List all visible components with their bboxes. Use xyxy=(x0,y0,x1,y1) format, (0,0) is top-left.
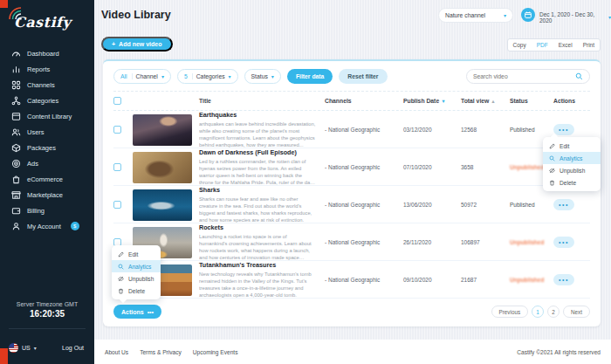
sidebar-item-ads[interactable]: Ads xyxy=(0,155,94,171)
menu-item-unpublish[interactable]: Unpublish xyxy=(543,164,601,176)
pencil-icon xyxy=(118,251,124,258)
categories-filter-label: Categories xyxy=(196,73,225,79)
sidebar-item-label: Ads xyxy=(27,160,38,168)
sidebar-item-reports[interactable]: Reports xyxy=(0,61,94,77)
folder-icon xyxy=(11,112,21,121)
locale-select[interactable]: US xyxy=(22,345,31,351)
add-new-video-button[interactable]: + Add new video xyxy=(101,37,173,52)
col-status[interactable]: Status xyxy=(510,98,553,104)
menu-item-analytics[interactable]: Analytics xyxy=(543,152,601,164)
video-channel: - National Geographic xyxy=(325,277,403,283)
export-group: Copy PDF Excel Print xyxy=(507,38,601,52)
sidebar-item-label: Billing xyxy=(27,207,45,215)
col-title[interactable]: Title xyxy=(199,98,325,104)
status-label: Published xyxy=(510,202,553,208)
sort-desc-icon: ▼ xyxy=(441,99,445,104)
export-print-button[interactable]: Print xyxy=(578,42,600,48)
eye-off-icon xyxy=(549,168,555,174)
pagination-previous[interactable]: Previous xyxy=(491,306,529,318)
pagination-page-1[interactable]: 1 xyxy=(532,306,544,318)
pagination-next[interactable]: Next xyxy=(563,306,590,318)
pagination-page-2[interactable]: 2 xyxy=(547,306,560,318)
col-publish-date[interactable]: Publish Date▼ xyxy=(403,98,461,104)
col-total-view[interactable]: Total view▲ xyxy=(461,98,510,104)
video-channel: - National Geographic xyxy=(325,127,403,133)
reset-filter-button[interactable]: Reset filter xyxy=(339,69,387,84)
row-checkbox[interactable] xyxy=(113,163,121,171)
sidebar-item-dashboard[interactable]: Dashboard xyxy=(0,45,94,61)
menu-item-delete[interactable]: Delete xyxy=(112,285,161,297)
sidebar-item-packages[interactable]: Packages xyxy=(0,140,94,155)
menu-item-unpublish[interactable]: Unpublish xyxy=(112,272,161,285)
channel-filter-count: All xyxy=(120,73,133,79)
bulk-actions-button[interactable]: Actions ••• xyxy=(113,305,161,319)
trash-icon xyxy=(118,288,124,294)
row-actions-button[interactable]: ••• xyxy=(553,237,574,248)
col-actions: Actions xyxy=(553,98,590,104)
calendar-button[interactable] xyxy=(521,8,535,22)
magnifier-icon xyxy=(549,155,555,161)
menu-item-edit[interactable]: Edit xyxy=(543,140,601,152)
sidebar-item-billing[interactable]: Billing xyxy=(0,203,94,218)
menu-item-delete[interactable]: Delete xyxy=(543,176,601,189)
channel-filter-dropdown[interactable]: All Channel ▾ xyxy=(113,69,171,84)
export-copy-button[interactable]: Copy xyxy=(508,42,532,48)
page-title: Video Library xyxy=(101,9,171,21)
sidebar-item-channels[interactable]: Channels xyxy=(0,77,94,93)
publish-date: 03/12/2020 xyxy=(403,127,461,133)
sidebar-item-label: Users xyxy=(27,128,45,136)
status-label: Published xyxy=(510,127,553,133)
status-filter-dropdown[interactable]: Status ▾ xyxy=(244,69,281,84)
sidebar-item-users[interactable]: Users xyxy=(0,124,94,140)
menu-item-edit[interactable]: Edit xyxy=(112,248,161,260)
search-input[interactable] xyxy=(473,73,571,79)
sidebar-item-label: Content Library xyxy=(27,113,72,120)
search-icon[interactable] xyxy=(575,72,583,80)
row-checkbox[interactable] xyxy=(113,126,121,134)
export-pdf-button[interactable]: PDF xyxy=(532,42,553,48)
date-range-value: Dec 1, 2020 - Dec 30, 2020 xyxy=(539,11,605,24)
table-row: Earthquakesarthquakes can leave behind i… xyxy=(113,111,590,148)
sidebar-item-ecommerce[interactable]: eCommerce xyxy=(0,171,94,187)
sidebar-item-categories[interactable]: Categories xyxy=(0,93,94,108)
channel-select-dropdown[interactable]: Nature channel ▾ xyxy=(438,8,513,23)
video-channel: - National Geographic xyxy=(325,164,403,170)
bag-icon xyxy=(11,175,21,184)
sidebar-item-my-account[interactable]: My Account $ xyxy=(0,218,94,234)
video-description: Led by a ruthless commander, the rotten … xyxy=(199,158,325,186)
footer-link-events[interactable]: Upcoming Events xyxy=(193,349,238,355)
select-all-checkbox[interactable] xyxy=(113,97,121,105)
logout-button[interactable]: Log Out xyxy=(62,345,84,351)
filter-data-button[interactable]: Filter data xyxy=(287,69,333,84)
chevron-down-icon: ▾ xyxy=(504,13,506,18)
row-actions-button[interactable]: ••• xyxy=(553,199,574,210)
row-checkbox[interactable] xyxy=(113,201,121,209)
categories-filter-dropdown[interactable]: 5 Categories ▾ xyxy=(177,69,238,84)
video-title: Dawn of Darkness (Full Episode) xyxy=(199,148,325,156)
menu-item-analytics[interactable]: Analytics xyxy=(112,260,161,272)
publish-date: 26/11/2020 xyxy=(403,239,461,245)
total-views: 12568 xyxy=(461,127,510,133)
col-channels[interactable]: Channels xyxy=(325,98,403,104)
grid-icon xyxy=(11,80,21,90)
chevron-down-icon: ▾ xyxy=(34,346,37,351)
status-label-obscured: Unpublished xyxy=(510,277,553,283)
sidebar-item-label: eCommerce xyxy=(27,175,63,183)
video-description: Sharks can rouse fear and awe like no ot… xyxy=(199,196,325,223)
export-excel-button[interactable]: Excel xyxy=(553,42,578,48)
row-actions-button[interactable]: ••• xyxy=(553,274,574,285)
footer-link-terms[interactable]: Terms & Privacy xyxy=(140,349,182,355)
store-icon xyxy=(11,190,21,200)
gauge-icon xyxy=(11,49,21,58)
row-actions-menu: Edit Analytics Unpublish Delete xyxy=(543,137,601,191)
sidebar-item-marketplace[interactable]: Marketplace xyxy=(0,187,94,203)
publish-date: 13/06/2020 xyxy=(403,202,461,208)
red-corner-artifact-bottom xyxy=(0,348,8,364)
sidebar: Castify Dashboard Reports Channels Categ… xyxy=(0,0,94,364)
table-row: SharksSharks can rouse fear and awe like… xyxy=(113,186,590,223)
date-range-picker[interactable]: Dec 1, 2020 - Dec 30, 2020 ▾ xyxy=(539,11,611,24)
sidebar-item-content-library[interactable]: Content Library xyxy=(0,108,94,124)
castify-logo[interactable]: Castify xyxy=(7,5,91,38)
footer-link-about[interactable]: About Us xyxy=(105,349,128,355)
row-actions-button[interactable]: ••• xyxy=(553,124,574,135)
